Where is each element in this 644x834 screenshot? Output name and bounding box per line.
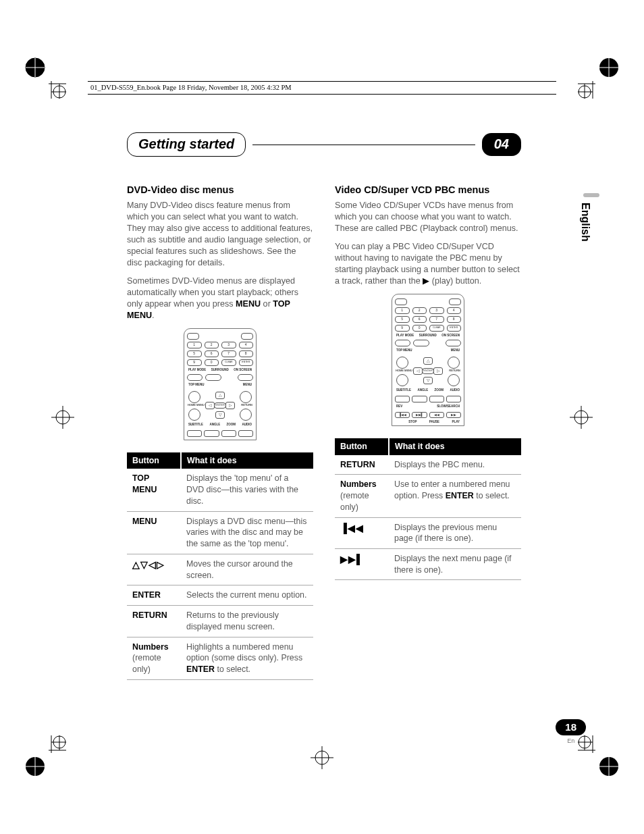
paragraph: You can play a PBC Video CD/Super VCD wi…: [335, 241, 521, 287]
chapter-title-bar: Getting started 04: [127, 132, 521, 157]
svg-point-33: [56, 411, 70, 424]
text: or: [261, 299, 273, 309]
table-row: TOP MENUDisplays the 'top menu' of a DVD…: [127, 469, 313, 511]
svg-point-22: [53, 736, 65, 748]
next-track-icon: ▶▶▌: [335, 549, 389, 580]
th-button: Button: [335, 438, 389, 455]
svg-point-14: [579, 86, 591, 98]
svg-point-25: [599, 757, 618, 776]
th-what: What it does: [181, 452, 313, 469]
paragraph: Many DVD-Video discs feature menus from …: [127, 200, 313, 269]
table-row: Numbers(remote only) Highlights a number…: [127, 637, 313, 679]
crop-mark-top-right: [578, 57, 620, 99]
prev-track-icon: ▐◀◀: [335, 517, 389, 548]
page-number-badge: 18 En: [556, 719, 586, 745]
table-vcd-buttons: Button What it does RETURNDisplays the P…: [335, 438, 521, 581]
th-what: What it does: [389, 438, 521, 455]
svg-point-6: [53, 86, 65, 98]
page-locale: En: [556, 737, 586, 745]
chapter-number-badge: 04: [482, 133, 521, 156]
language-tab: English: [578, 203, 593, 242]
text: (play) button.: [429, 276, 481, 286]
crop-mark-bottom-left: [24, 735, 66, 777]
svg-point-1: [26, 58, 45, 77]
svg-point-17: [26, 757, 45, 776]
print-header: 01_DVD-S559_En.book Page 18 Friday, Nove…: [88, 81, 556, 95]
paragraph: Some Video CD/Super VCDs have menus from…: [335, 200, 521, 234]
page-number: 18: [556, 719, 586, 735]
column-right: Video CD/Super VCD PBC menus Some Video …: [335, 184, 521, 680]
heading-vcd-pbc: Video CD/Super VCD PBC menus: [335, 184, 521, 197]
paragraph: Sometimes DVD-Video menus are displayed …: [127, 276, 313, 321]
arrows-icon: △▽◁▷: [127, 554, 181, 585]
th-button: Button: [127, 452, 181, 469]
remote-diagram-2: 1234 5678 90CLEARENTER PLAY MODESURROUND…: [392, 294, 464, 426]
crop-mark-top-left: [24, 57, 66, 99]
remote-diagram-1: 1234 5678 90CLEARENTER PLAY MODESURROUND…: [184, 328, 257, 440]
language-tab-bar: [583, 193, 599, 197]
table-dvd-buttons: Button What it does TOP MENUDisplays the…: [127, 452, 313, 680]
registration-mark-right: [566, 402, 597, 433]
heading-dvd-menus: DVD-Video disc menus: [127, 184, 313, 197]
registration-mark-bottom: [306, 742, 338, 773]
table-row: Numbers(remote only) Use to enter a numb…: [335, 475, 521, 517]
title-rule: [252, 145, 475, 145]
column-left: DVD-Video disc menus Many DVD-Video disc…: [127, 184, 313, 680]
table-row: △▽◁▷Moves the cursor around the screen.: [127, 554, 313, 585]
table-row: ▶▶▌Displays the next menu page (if there…: [335, 549, 521, 580]
registration-mark-left: [47, 402, 78, 433]
page-content: Getting started 04 DVD-Video disc menus …: [127, 132, 521, 680]
table-row: RETURNReturns to the previously displaye…: [127, 606, 313, 637]
svg-point-9: [599, 58, 618, 77]
svg-point-39: [315, 751, 329, 764]
chapter-title: Getting started: [127, 132, 246, 157]
text: .: [152, 311, 155, 320]
svg-point-36: [574, 411, 588, 424]
svg-point-0: [26, 58, 45, 77]
key-menu: MENU: [236, 299, 261, 309]
table-row: ▐◀◀Displays the previous menu page (if t…: [335, 517, 521, 548]
table-row: ENTERSelects the current menu option.: [127, 585, 313, 606]
table-row: MENUDisplays a DVD disc menu—this varies…: [127, 511, 313, 554]
play-icon: ▶: [423, 276, 429, 286]
table-row: RETURNDisplays the PBC menu.: [335, 455, 521, 475]
